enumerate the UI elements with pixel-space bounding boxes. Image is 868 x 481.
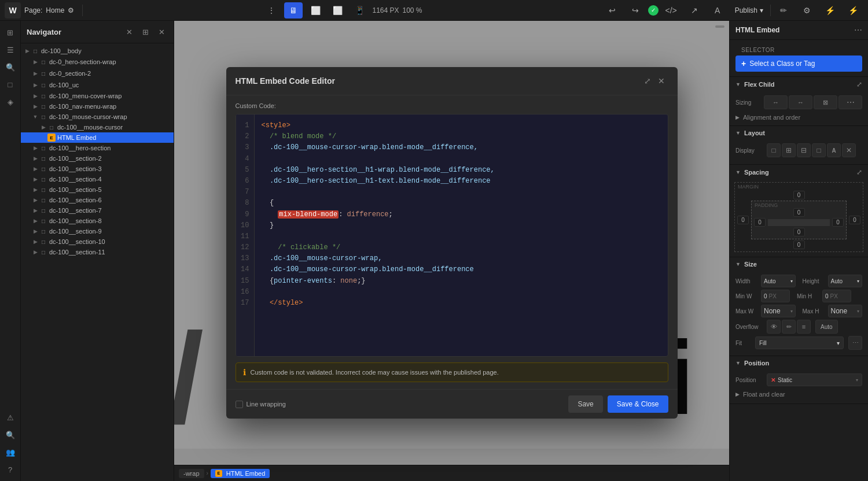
line-wrap-label[interactable]: Line wrapping (236, 401, 564, 408)
padding-right-value[interactable]: 0 (832, 218, 844, 227)
nav-item-menu-cover[interactable]: ▶ □ dc-100_menu-cover-wrap (21, 91, 174, 101)
flex-child-expand-icon[interactable]: ⤢ (856, 80, 862, 88)
export-btn[interactable]: ↗ (684, 2, 705, 18)
overflow-scroll-btn[interactable]: ≡ (797, 320, 811, 334)
nav-item-cursor-wrap[interactable]: ▼ □ dc-100_mouse-cursor-wrap (21, 112, 174, 122)
nav-item-section-2b[interactable]: ▶ □ dc-100__section-2 (21, 153, 174, 164)
nav-item-section-5[interactable]: ▶ □ dc-100__section-5 (21, 184, 174, 195)
nav-item-section-8[interactable]: ▶ □ dc-100__section-8 (21, 216, 174, 226)
spacing-expand-icon[interactable]: ⤢ (856, 168, 862, 176)
breadcrumb-html-embed[interactable]: E HTML Embed (211, 469, 270, 478)
canvas-area[interactable]: / Hi HTML Embed Code Editor ⤢ ✕ Custom C… (174, 21, 729, 465)
sizing-grow-btn[interactable]: ↔ (789, 95, 812, 109)
navigator-btn[interactable]: ☰ (2, 42, 19, 58)
layers-btn[interactable]: □ (2, 76, 19, 92)
search-btn[interactable]: 🔍 (2, 59, 19, 75)
sizing-more-btn[interactable]: ⋯ (838, 95, 862, 109)
navigator-settings-btn[interactable]: ✕ (155, 25, 168, 38)
lightning-btn[interactable]: ⚡ (819, 2, 840, 18)
code-editor[interactable]: 12345 678910 1112131415 1617 <style> /* … (236, 114, 668, 357)
nav-item-nav-menu[interactable]: ▶ □ dc-100_nav-menu-wrap (21, 101, 174, 112)
nav-item-uc[interactable]: ▶ □ dc-100_uc ✎ (21, 79, 174, 91)
users-btn[interactable]: 👥 (2, 444, 19, 460)
display-none-btn[interactable]: ✕ (842, 143, 856, 157)
zap-btn[interactable]: ⚡ (843, 2, 863, 18)
settings-btn[interactable]: ⚙ (796, 2, 817, 18)
modal-close-btn[interactable]: ✕ (654, 74, 668, 88)
search-bottom-btn[interactable]: 🔍 (2, 427, 19, 443)
margin-right-value[interactable]: 0 (849, 216, 860, 224)
save-btn[interactable]: Save (568, 395, 602, 413)
spacing-header[interactable]: ▼ Spacing ⤢ (730, 165, 868, 180)
pen-tool-btn[interactable]: ✏ (773, 2, 794, 18)
min-w-input[interactable]: 0 PX (761, 290, 790, 302)
layout-header[interactable]: ▼ Layout (730, 126, 868, 140)
publish-btn[interactable]: Publish ▾ (730, 4, 768, 17)
display-inline-btn[interactable]: □ (812, 143, 826, 157)
alignment-row[interactable]: ▶ Alignment and order (735, 113, 862, 122)
padding-left-value[interactable]: 0 (754, 218, 766, 227)
nav-item-mouse-cursor[interactable]: ▶ □ dc-100__mouse-cursor (21, 122, 174, 132)
nav-item-section-4[interactable]: ▶ □ dc-100__section-4 (21, 174, 174, 184)
overflow-auto-btn[interactable]: Auto (815, 320, 838, 334)
display-block-btn[interactable]: □ (767, 143, 781, 157)
navigator-close-btn[interactable]: ✕ (123, 25, 135, 38)
right-panel-more-btn[interactable]: ⋯ (854, 25, 862, 35)
breadcrumb-wrap[interactable]: -wrap (179, 469, 204, 478)
fit-select[interactable]: Fill ▾ (755, 336, 844, 349)
add-element-btn[interactable]: ⊞ (2, 24, 19, 40)
nav-item-body[interactable]: ▶ □ dc-100__body (21, 46, 174, 56)
modal-overlay[interactable]: HTML Embed Code Editor ⤢ ✕ Custom Code: … (174, 21, 729, 465)
margin-left-value[interactable]: 0 (737, 216, 749, 224)
code-content[interactable]: <style> /* blend mode */ .dc-100__mouse-… (255, 114, 668, 356)
nav-item-section-6[interactable]: ▶ □ dc-100__section-6 (21, 195, 174, 205)
navigator-expand-btn[interactable]: ⊞ (139, 25, 152, 38)
nav-item-section-3[interactable]: ▶ □ dc-100__section-3 (21, 164, 174, 174)
mobile-portrait-btn[interactable]: 📱 (350, 2, 369, 18)
save-close-btn[interactable]: Save & Close (608, 395, 668, 413)
more-options-btn[interactable]: ⋮ (262, 2, 281, 18)
warnings-btn[interactable]: ⚠ (2, 409, 19, 426)
sizing-none-btn[interactable]: ⊠ (814, 95, 837, 109)
nav-item-hero-wrap[interactable]: ▶ □ dc-0_hero-section-wrap ✎ (21, 56, 174, 68)
height-input[interactable]: Auto ▾ (828, 275, 863, 287)
nav-item-hero-section[interactable]: ▶ □ dc-100__hero-section (21, 143, 174, 153)
min-h-input[interactable]: 0 PX (822, 290, 851, 302)
cms-btn[interactable]: A (707, 2, 728, 18)
nav-item-html-embed[interactable]: E HTML Embed (21, 132, 174, 143)
nav-item-section2[interactable]: ▶ □ dc-0_section-2 ✎ (21, 68, 174, 79)
flex-child-header[interactable]: ▼ Flex Child ⤢ (730, 77, 868, 92)
nav-item-section-11[interactable]: ▶ □ dc-100__section-11 (21, 247, 174, 257)
margin-bottom-value[interactable]: 0 (793, 240, 805, 249)
code-view-btn[interactable]: </> (661, 2, 682, 18)
modal-expand-btn[interactable]: ⤢ (641, 74, 654, 88)
nav-item-section-9[interactable]: ▶ □ dc-100__section-9 (21, 226, 174, 236)
redo-btn[interactable]: ↪ (625, 2, 646, 18)
nav-item-section-10[interactable]: ▶ □ dc-100__section-10 (21, 236, 174, 247)
nav-item-section-7[interactable]: ▶ □ dc-100__section-7 (21, 205, 174, 216)
mobile-landscape-btn[interactable]: ⬜ (328, 2, 347, 18)
tablet-view-btn[interactable]: ⬜ (306, 2, 325, 18)
help-btn[interactable]: ? (2, 461, 19, 478)
max-w-input[interactable]: None ▾ (761, 305, 796, 317)
margin-top-value[interactable]: 0 (793, 191, 805, 199)
max-h-input[interactable]: None ▾ (828, 305, 863, 317)
size-header[interactable]: ▼ Size (730, 257, 868, 271)
assets-btn[interactable]: ◈ (2, 94, 19, 110)
padding-bottom-value[interactable]: 0 (793, 228, 805, 236)
display-flex-btn[interactable]: ⊞ (782, 143, 796, 157)
sizing-shrink-btn[interactable]: ↔ (764, 95, 788, 109)
line-wrap-checkbox[interactable] (236, 401, 243, 408)
display-text-btn[interactable]: A (827, 143, 841, 157)
padding-top-value[interactable]: 0 (793, 208, 805, 217)
overflow-hidden-btn[interactable]: ✏ (782, 320, 796, 334)
display-grid-btn[interactable]: ⊟ (797, 143, 811, 157)
overflow-visible-btn[interactable]: 👁 (767, 320, 781, 334)
select-class-tag-btn[interactable]: + Select a Class or Tag (735, 56, 862, 72)
width-input[interactable]: Auto ▾ (761, 275, 796, 287)
undo-btn[interactable]: ↩ (602, 2, 623, 18)
float-row[interactable]: ▶ Float and clear (735, 388, 862, 400)
desktop-view-btn[interactable]: 🖥 (284, 2, 303, 18)
fit-more-btn[interactable]: ⋯ (848, 336, 862, 350)
position-header[interactable]: ▼ Position (730, 356, 868, 370)
